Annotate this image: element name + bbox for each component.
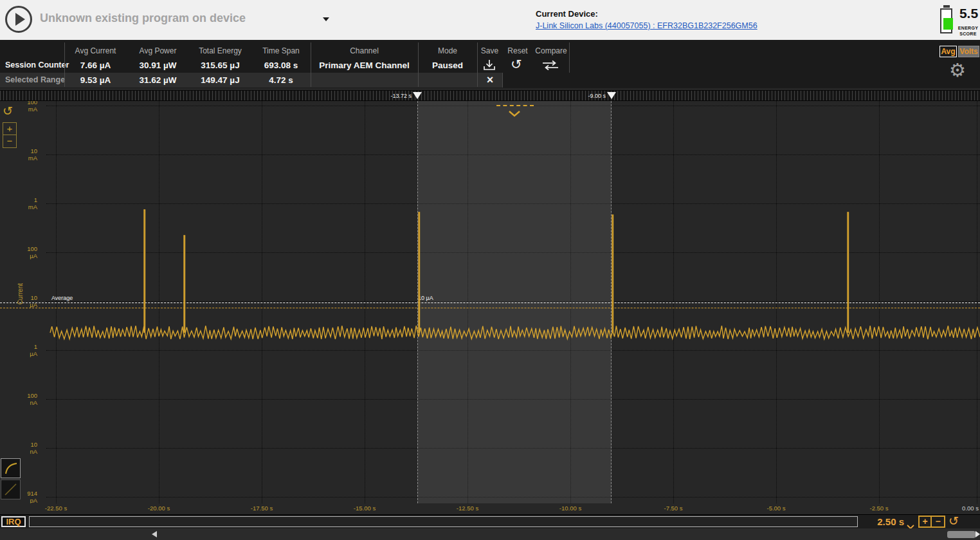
x-axis-tick-label: -12.50 s <box>457 505 478 512</box>
energy-score-value: 5.5 <box>957 6 980 21</box>
horizontal-scrollbar[interactable] <box>0 528 980 540</box>
session-avg-current: 7.66 µA <box>64 58 127 73</box>
y-axis-tick-label: 1mA <box>0 196 37 210</box>
irq-bar: IRQ 2.50 s + − ↺ <box>0 514 980 528</box>
x-axis-tick-label: -17.50 s <box>251 505 273 512</box>
zoom-control: + − <box>3 122 17 148</box>
stats-toolbar: Avg Current Avg Power Total Energy Time … <box>0 40 980 88</box>
waveform-plot[interactable]: Average 10 µA 100mA10mA1mA100µA10µA1µA10… <box>0 101 980 503</box>
col-time-span: Time Span <box>251 46 311 55</box>
span-decrease-button[interactable]: − <box>932 517 944 526</box>
y-axis-tick-label: 100µA <box>0 245 37 259</box>
x-axis-tick-label: -7.50 s <box>664 505 682 512</box>
range-avg-current: 9.53 µA <box>64 73 127 88</box>
log-curve-icon <box>1 459 20 478</box>
current-device-label: Current Device: <box>536 9 598 19</box>
battery-fill <box>943 18 953 30</box>
energy-score-label-1: ENERGY <box>956 26 980 30</box>
program-title: Unknown existing program on device <box>40 12 246 25</box>
pan-reset-button[interactable]: ↺ <box>3 105 13 117</box>
selection-start-triangle-icon <box>413 92 422 99</box>
separator <box>569 42 570 73</box>
energy-score-label-2: SCORE <box>956 32 980 36</box>
play-icon <box>15 13 25 26</box>
save-download-icon <box>482 59 497 73</box>
session-counter-row-label: Session Counter <box>5 58 69 73</box>
range-avg-power: 31.62 µW <box>127 73 189 88</box>
y-axis-tick-label: 10nA <box>0 441 37 455</box>
device-link[interactable]: J-Link Silicon Labs (440057055) : EFR32B… <box>536 21 758 30</box>
reset-icon: ↺ <box>511 57 522 71</box>
save-label: Save <box>477 46 502 55</box>
col-avg-power: Avg Power <box>127 46 189 55</box>
compare-label: Compare <box>533 46 569 55</box>
compare-arrows-icon <box>541 60 560 71</box>
chart-area: -13.72 s -9.00 s Average 10 µA 100mA10mA… <box>0 88 980 514</box>
play-button[interactable] <box>5 6 32 33</box>
battery-body <box>940 8 952 33</box>
x-axis-tick-label: -10.00 s <box>559 505 581 512</box>
y-axis-title: Current <box>17 283 24 304</box>
time-ruler[interactable]: -13.72 s -9.00 s <box>0 90 980 101</box>
y-axis-tick-label: 10mA <box>0 147 37 162</box>
close-selection-button[interactable]: × <box>482 73 498 88</box>
app-header: Unknown existing program on device Curre… <box>0 0 980 40</box>
y-axis-tick-label: 100nA <box>0 392 37 406</box>
selection-start-label: -13.72 s <box>390 93 412 99</box>
scroll-right-arrow-icon[interactable] <box>975 531 980 537</box>
linear-scale-button[interactable] <box>1 479 21 499</box>
x-axis-tick-label: 0.00 s <box>962 505 979 512</box>
x-axis-tick-label: -2.50 s <box>869 505 888 512</box>
span-reset-button[interactable]: ↺ <box>948 514 959 528</box>
volts-toggle-button[interactable]: Volts <box>958 46 979 57</box>
channel-value: Primary AEM Channel <box>311 58 418 73</box>
window-span-value[interactable]: 2.50 s <box>873 516 904 527</box>
zoom-out-button[interactable]: − <box>3 135 16 147</box>
reset-label: Reset <box>502 46 533 55</box>
session-time-span: 693.08 s <box>251 58 311 73</box>
zoom-in-button[interactable]: + <box>3 123 16 135</box>
range-time-span: 4.72 s <box>251 73 311 88</box>
irq-button[interactable]: IRQ <box>1 516 26 527</box>
separator <box>311 42 311 87</box>
session-avg-power: 30.91 µW <box>127 58 189 73</box>
current-waveform <box>0 101 980 503</box>
x-axis-tick-label: -5.00 s <box>767 505 785 512</box>
col-mode: Mode <box>418 46 477 55</box>
span-increase-button[interactable]: + <box>920 517 932 526</box>
compare-button[interactable] <box>541 60 560 74</box>
settings-gear-icon[interactable]: ⚙ <box>949 61 966 80</box>
col-avg-current: Avg Current <box>64 46 127 55</box>
irq-track <box>29 516 858 527</box>
mode-value: Paused <box>418 58 477 73</box>
separator <box>64 42 65 87</box>
scroll-left-arrow-icon[interactable] <box>152 531 157 537</box>
x-axis-tick-label: -22.50 s <box>45 505 67 512</box>
separator <box>502 73 503 88</box>
avg-toggle-button[interactable]: Avg <box>939 46 957 57</box>
x-axis-tick-label: -15.00 s <box>354 505 376 512</box>
selection-end-label: -9.00 s <box>588 93 606 99</box>
x-axis-labels: -22.50 s-20.00 s-17.50 s-15.00 s-12.50 s… <box>0 503 980 514</box>
separator <box>418 42 419 87</box>
energy-profiler-window: Unknown existing program on device Curre… <box>0 0 980 540</box>
x-axis-tick-label: -20.00 s <box>148 505 170 512</box>
linear-line-icon <box>1 480 20 499</box>
col-total-energy: Total Energy <box>189 46 251 55</box>
battery-icon <box>939 5 954 35</box>
reset-button[interactable]: ↺ <box>511 57 522 72</box>
span-adjust-control: + − <box>918 516 945 528</box>
program-dropdown-caret-icon[interactable] <box>323 17 329 21</box>
separator <box>477 42 478 87</box>
session-total-energy: 315.65 µJ <box>189 58 251 73</box>
selected-range-row-label: Selected Range <box>5 73 65 88</box>
battery-cap <box>943 5 950 8</box>
range-total-energy: 149.47 µJ <box>189 73 251 88</box>
col-channel: Channel <box>311 46 418 55</box>
selection-end-triangle-icon <box>607 92 616 99</box>
y-axis-tick-label: 1µA <box>0 343 37 357</box>
log-scale-button[interactable] <box>1 458 21 478</box>
scrollbar-thumb[interactable] <box>947 531 975 538</box>
